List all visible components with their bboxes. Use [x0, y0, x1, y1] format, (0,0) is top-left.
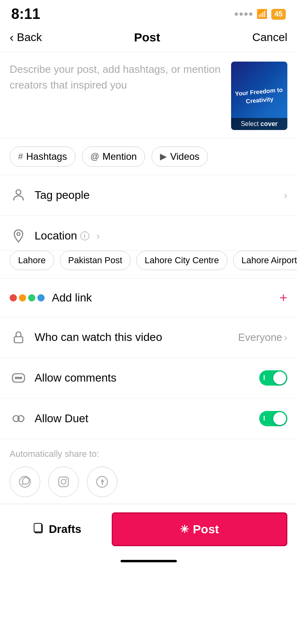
dot-green	[28, 294, 35, 301]
back-arrow-icon: ‹	[10, 31, 14, 44]
lock-icon	[10, 328, 27, 346]
allow-duet-label: Allow Duet	[35, 412, 252, 425]
post-label: Post	[193, 522, 219, 536]
toggle-knob	[273, 412, 286, 425]
whatsapp-icon	[18, 475, 32, 489]
location-row[interactable]: Location i ›	[0, 216, 297, 251]
status-icons: 📶 45	[235, 9, 286, 20]
hashtag-icon: #	[18, 151, 23, 162]
chevron-right-icon: ›	[284, 189, 287, 202]
comment-svg	[11, 371, 26, 385]
back-label: Back	[17, 31, 42, 44]
svg-point-5	[20, 377, 22, 379]
bottom-actions: Drafts ✳ Post	[0, 504, 297, 554]
select-cover-overlay[interactable]: Select cover	[231, 118, 287, 130]
header: ‹ Back Post Cancel	[0, 27, 297, 52]
allow-comments-row: Allow comments	[0, 358, 297, 398]
svg-point-3	[15, 377, 17, 379]
person-icon	[10, 186, 27, 204]
hashtags-button[interactable]: # Hashtags	[10, 147, 76, 167]
tag-people-label: Tag people	[35, 189, 277, 202]
wifi-icon: 📶	[256, 9, 267, 19]
who-can-watch-value: Everyone	[238, 331, 282, 344]
tag-people-row[interactable]: Tag people ›	[0, 175, 297, 216]
drafts-label: Drafts	[49, 523, 81, 536]
auto-share-section: Automatically share to:	[0, 439, 297, 504]
facebook-share-button[interactable]	[87, 466, 117, 497]
svg-rect-2	[14, 337, 23, 343]
tag-people-chevron: ›	[284, 189, 287, 202]
instagram-share-button[interactable]	[48, 466, 79, 497]
home-bar	[121, 560, 177, 562]
videos-button[interactable]: ▶ Videos	[152, 147, 208, 167]
who-can-watch-label: Who can watch this video	[35, 331, 231, 344]
duet-icon	[10, 410, 27, 427]
allow-duet-row: Allow Duet	[0, 398, 297, 439]
drafts-button[interactable]: Drafts	[10, 512, 105, 546]
location-label: Location	[35, 229, 77, 242]
share-icons-row	[10, 466, 287, 497]
post-description-area: Describe your post, add hashtags, or men…	[0, 52, 297, 138]
drafts-svg	[33, 522, 45, 534]
battery-indicator: 45	[271, 9, 286, 20]
signal-dots-icon	[235, 12, 252, 16]
mention-label: Mention	[102, 151, 137, 162]
svg-point-1	[17, 233, 20, 236]
dot-blue	[37, 294, 45, 301]
chevron-right-icon: ›	[284, 331, 287, 344]
location-tag-pakistan-post[interactable]: Pakistan Post	[60, 251, 131, 270]
svg-point-4	[18, 377, 19, 379]
svg-rect-15	[34, 523, 42, 532]
post-options-row: # Hashtags @ Mention ▶ Videos	[0, 138, 297, 175]
location-tags-row: Lahore Pakistan Post Lahore City Centre …	[0, 251, 297, 279]
add-link-plus-icon[interactable]: +	[279, 290, 287, 305]
person-svg	[11, 188, 26, 202]
svg-point-0	[16, 190, 21, 195]
svg-point-12	[66, 479, 67, 480]
allow-comments-toggle[interactable]	[259, 370, 287, 386]
info-letter: i	[84, 233, 85, 239]
link-dots-icon	[10, 294, 45, 301]
videos-label: Videos	[170, 151, 199, 162]
page-title: Post	[134, 31, 160, 44]
hashtags-label: Hashtags	[26, 151, 67, 162]
who-can-watch-right: Everyone ›	[238, 331, 287, 344]
post-sparkle-icon: ✳	[180, 523, 189, 536]
whatsapp-share-button[interactable]	[10, 466, 40, 497]
add-link-row[interactable]: Add link +	[0, 279, 297, 317]
duet-svg	[11, 411, 26, 426]
instagram-icon	[56, 475, 71, 489]
allow-duet-toggle[interactable]	[259, 411, 287, 426]
svg-rect-10	[59, 477, 68, 487]
status-bar: 8:11 📶 45	[0, 0, 297, 27]
location-tag-lahore-city-centre[interactable]: Lahore City Centre	[136, 251, 227, 270]
back-button[interactable]: ‹ Back	[10, 31, 42, 44]
location-label-group: Location i	[35, 229, 89, 242]
mention-button[interactable]: @ Mention	[82, 147, 145, 167]
post-button[interactable]: ✳ Post	[112, 512, 287, 546]
cover-text: cover	[260, 120, 278, 127]
dot-orange	[19, 294, 26, 301]
mention-icon: @	[90, 151, 99, 162]
who-can-watch-row[interactable]: Who can watch this video Everyone ›	[0, 317, 297, 358]
post-thumbnail[interactable]: Your Freedom to Creativity Select cover	[231, 62, 287, 130]
play-icon: ▶	[160, 151, 167, 162]
drafts-icon	[33, 522, 45, 537]
facebook-icon	[95, 475, 109, 489]
select-text: Select	[241, 120, 260, 127]
location-tag-lahore[interactable]: Lahore	[10, 251, 54, 270]
post-description-input[interactable]: Describe your post, add hashtags, or men…	[10, 62, 225, 110]
location-svg	[11, 229, 26, 243]
svg-point-11	[61, 479, 66, 484]
location-tag-lahore-airport[interactable]: Lahore Airport Par	[233, 251, 297, 270]
location-icon	[10, 227, 27, 245]
status-time: 8:11	[11, 6, 40, 23]
location-chevron: ›	[96, 230, 100, 242]
dot-red	[10, 294, 17, 301]
thumbnail-text: Your Freedom to Creativity	[231, 81, 287, 111]
cancel-button[interactable]: Cancel	[252, 31, 287, 44]
location-info-icon: i	[80, 231, 89, 240]
chevron-right-icon: ›	[96, 230, 100, 242]
add-link-label: Add link	[52, 291, 272, 304]
lock-svg	[11, 330, 26, 345]
